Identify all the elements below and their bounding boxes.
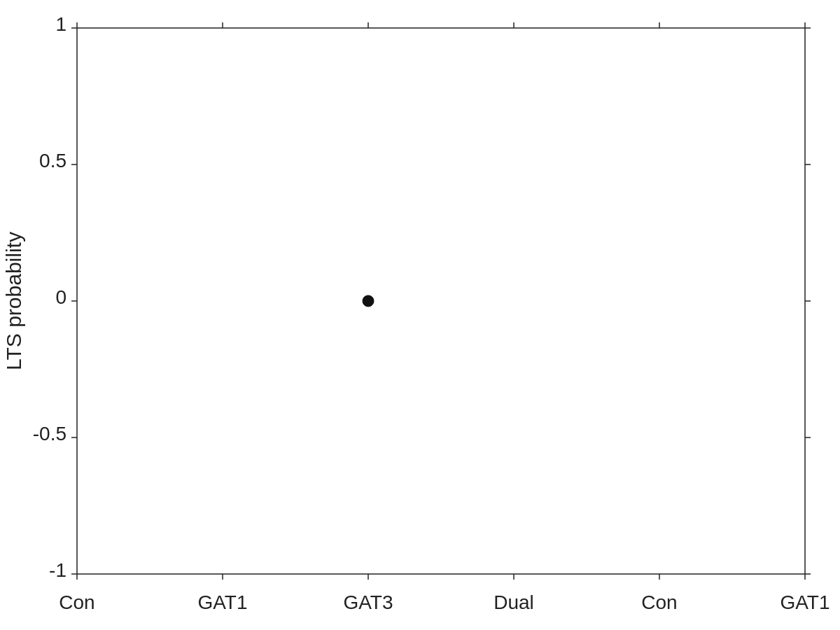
- x-label-dual: Dual: [493, 592, 534, 613]
- y-label-0: 0: [55, 286, 66, 308]
- y-axis-label: LTS probability: [2, 232, 25, 370]
- data-point: [363, 295, 374, 307]
- chart-container: 1 0.5 0 -0.5 -1 LTS probability Con GAT1…: [0, 0, 840, 630]
- y-label-1: 1: [55, 13, 66, 35]
- y-label-0.5: 0.5: [39, 150, 66, 172]
- plot-background: [77, 28, 805, 574]
- x-label-gat1-2: GAT1: [780, 592, 830, 613]
- x-label-gat1: GAT1: [197, 592, 247, 613]
- x-label-gat3: GAT3: [343, 592, 393, 613]
- x-label-con2: Con: [641, 592, 677, 613]
- x-label-con1: Con: [59, 592, 94, 613]
- chart-svg: 1 0.5 0 -0.5 -1 LTS probability Con GAT1…: [0, 0, 840, 630]
- y-label-neg1: -1: [49, 559, 66, 581]
- y-label-neg0.5: -0.5: [33, 423, 66, 444]
